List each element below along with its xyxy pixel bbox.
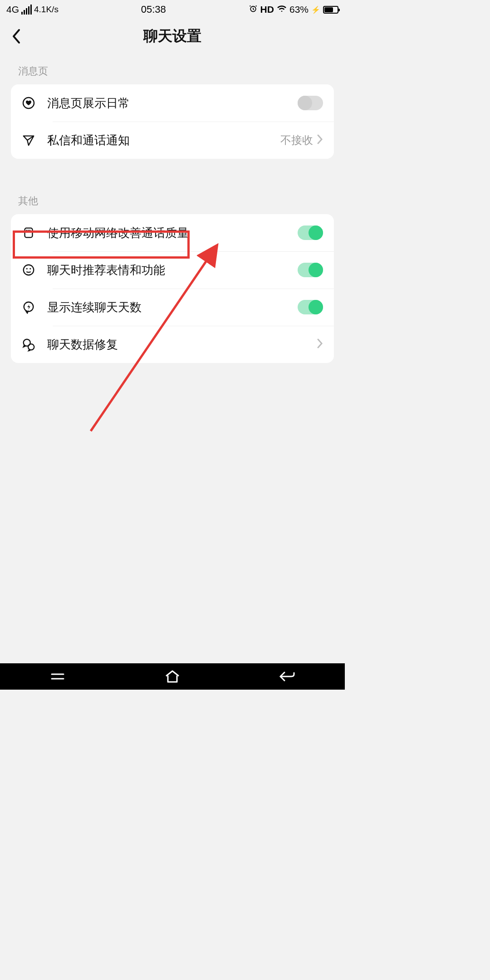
toggle-show-daily[interactable] <box>298 96 323 110</box>
section-label-other: 其他 <box>0 183 345 214</box>
toggle-chat-streak[interactable] <box>298 300 323 314</box>
battery-icon <box>323 6 338 14</box>
app-header: 聊天设置 <box>0 19 345 54</box>
page-title: 聊天设置 <box>143 26 201 46</box>
status-left: 4G 4.1K/s <box>6 4 59 15</box>
smile-icon <box>18 260 39 280</box>
svg-point-8 <box>28 344 34 350</box>
back-button[interactable] <box>8 28 24 44</box>
signal-icon <box>21 5 32 15</box>
row-label: 聊天时推荐表情和功能 <box>47 262 298 278</box>
nav-home-button[interactable] <box>159 670 186 683</box>
toggle-mobile-network[interactable] <box>298 225 323 240</box>
row-recommend-emoji[interactable]: 聊天时推荐表情和功能 <box>11 251 334 289</box>
bolt-bubble-icon <box>18 297 39 318</box>
sim-icon <box>18 222 39 243</box>
status-time: 05:38 <box>141 4 166 15</box>
row-label: 聊天数据修复 <box>47 337 317 353</box>
charging-icon: ⚡ <box>311 5 320 14</box>
status-bar: 4G 4.1K/s 05:38 HD 63% ⚡ <box>0 0 345 19</box>
hd-indicator: HD <box>260 4 274 15</box>
row-label: 显示连续聊天天数 <box>47 299 298 315</box>
nav-recents-button[interactable] <box>44 671 71 682</box>
card-messages: 消息页展示日常 私信和通话通知 不接收 <box>11 84 334 159</box>
send-icon <box>18 130 39 151</box>
chevron-right-icon <box>317 134 323 146</box>
nav-back-button[interactable] <box>274 671 301 682</box>
row-chat-repair[interactable]: 聊天数据修复 <box>11 326 334 363</box>
section-label-messages: 消息页 <box>0 54 345 84</box>
row-chat-streak[interactable]: 显示连续聊天天数 <box>11 289 334 326</box>
row-label: 消息页展示日常 <box>47 95 298 111</box>
status-right: HD 63% ⚡ <box>249 4 338 15</box>
svg-point-3 <box>24 265 34 275</box>
row-mobile-network-quality[interactable]: 使用移动网络改善通话质量 <box>11 214 334 251</box>
card-other: 使用移动网络改善通话质量 聊天时推荐表情和功能 显示连续聊天天数 聊天数据修复 <box>11 214 334 363</box>
row-value: 不接收 <box>280 133 313 147</box>
svg-point-5 <box>29 268 31 270</box>
svg-rect-2 <box>25 228 33 238</box>
battery-pct: 63% <box>289 4 309 15</box>
alarm-icon <box>249 4 258 15</box>
chevron-left-icon <box>11 29 21 44</box>
heart-circle-icon <box>18 93 39 113</box>
row-show-daily[interactable]: 消息页展示日常 <box>11 84 334 122</box>
system-navbar <box>0 663 345 690</box>
row-dm-call-notify[interactable]: 私信和通话通知 不接收 <box>11 122 334 159</box>
svg-point-4 <box>26 268 28 270</box>
row-label: 私信和通话通知 <box>47 132 280 148</box>
toggle-recommend-emoji[interactable] <box>298 263 323 277</box>
network-speed: 4.1K/s <box>34 5 59 15</box>
network-type: 4G <box>6 4 19 15</box>
wifi-icon <box>277 4 287 15</box>
chat-repair-icon <box>18 334 39 355</box>
row-label: 使用移动网络改善通话质量 <box>47 225 298 241</box>
chevron-right-icon <box>317 338 323 350</box>
